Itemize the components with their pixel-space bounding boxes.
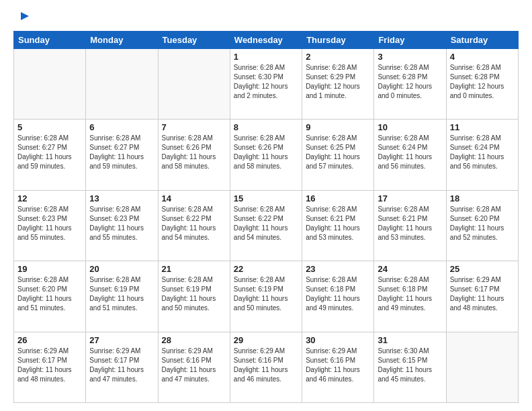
day-info: Sunrise: 6:30 AMSunset: 6:15 PMDaylight:… [378,347,442,384]
day-cell: 18Sunrise: 6:28 AMSunset: 6:20 PMDayligh… [446,190,518,261]
logo [13,13,30,24]
day-info: Sunrise: 6:28 AMSunset: 6:21 PMDaylight:… [306,205,370,242]
day-cell: 24Sunrise: 6:28 AMSunset: 6:18 PMDayligh… [374,261,446,332]
day-info: Sunrise: 6:28 AMSunset: 6:19 PMDaylight:… [234,275,298,313]
day-cell: 31Sunrise: 6:30 AMSunset: 6:15 PMDayligh… [374,332,446,402]
col-header-saturday: Saturday [446,32,518,49]
day-cell: 4Sunrise: 6:28 AMSunset: 6:28 PMDaylight… [446,49,518,120]
day-number: 17 [378,193,442,203]
day-number: 25 [450,264,515,274]
week-row-1: 1Sunrise: 6:28 AMSunset: 6:30 PMDaylight… [14,49,519,120]
day-cell: 6Sunrise: 6:28 AMSunset: 6:27 PMDaylight… [86,120,158,190]
day-info: Sunrise: 6:28 AMSunset: 6:19 PMDaylight:… [162,275,226,313]
day-number: 5 [17,122,82,132]
day-number: 11 [450,122,515,132]
day-number: 29 [234,335,298,345]
day-info: Sunrise: 6:28 AMSunset: 6:28 PMDaylight:… [450,63,515,101]
day-number: 20 [89,264,154,274]
day-cell: 17Sunrise: 6:28 AMSunset: 6:21 PMDayligh… [374,190,446,261]
day-number: 16 [306,193,370,203]
week-row-4: 19Sunrise: 6:28 AMSunset: 6:20 PMDayligh… [14,261,519,332]
day-number: 14 [162,193,226,203]
day-info: Sunrise: 6:28 AMSunset: 6:19 PMDaylight:… [89,275,154,313]
day-number: 21 [162,264,226,274]
day-info: Sunrise: 6:29 AMSunset: 6:17 PMDaylight:… [450,275,515,313]
day-info: Sunrise: 6:28 AMSunset: 6:27 PMDaylight:… [17,134,82,171]
day-cell [446,332,518,402]
day-number: 4 [450,52,515,62]
day-number: 12 [17,193,82,203]
day-cell: 15Sunrise: 6:28 AMSunset: 6:22 PMDayligh… [230,190,302,261]
day-number: 18 [450,193,515,203]
col-header-sunday: Sunday [14,32,86,49]
day-number: 7 [162,122,226,132]
day-cell: 16Sunrise: 6:28 AMSunset: 6:21 PMDayligh… [302,190,374,261]
day-cell: 30Sunrise: 6:29 AMSunset: 6:16 PMDayligh… [302,332,374,402]
day-cell: 1Sunrise: 6:28 AMSunset: 6:30 PMDaylight… [230,49,302,120]
col-header-thursday: Thursday [302,32,374,49]
col-header-friday: Friday [374,32,446,49]
day-cell: 12Sunrise: 6:28 AMSunset: 6:23 PMDayligh… [14,190,86,261]
col-header-wednesday: Wednesday [230,32,302,49]
day-info: Sunrise: 6:28 AMSunset: 6:21 PMDaylight:… [378,205,442,242]
col-header-tuesday: Tuesday [158,32,230,49]
svg-marker-0 [21,12,29,20]
day-number: 2 [306,52,370,62]
day-info: Sunrise: 6:28 AMSunset: 6:29 PMDaylight:… [306,63,370,101]
day-info: Sunrise: 6:28 AMSunset: 6:20 PMDaylight:… [450,205,515,242]
day-cell: 7Sunrise: 6:28 AMSunset: 6:26 PMDaylight… [158,120,230,190]
day-info: Sunrise: 6:28 AMSunset: 6:25 PMDaylight:… [306,134,370,171]
day-info: Sunrise: 6:28 AMSunset: 6:18 PMDaylight:… [378,275,442,313]
day-cell: 5Sunrise: 6:28 AMSunset: 6:27 PMDaylight… [14,120,86,190]
day-info: Sunrise: 6:28 AMSunset: 6:27 PMDaylight:… [89,134,154,171]
day-number: 13 [89,193,154,203]
day-cell: 14Sunrise: 6:28 AMSunset: 6:22 PMDayligh… [158,190,230,261]
day-cell: 21Sunrise: 6:28 AMSunset: 6:19 PMDayligh… [158,261,230,332]
day-info: Sunrise: 6:28 AMSunset: 6:28 PMDaylight:… [378,63,442,101]
day-cell: 3Sunrise: 6:28 AMSunset: 6:28 PMDaylight… [374,49,446,120]
col-header-monday: Monday [86,32,158,49]
day-info: Sunrise: 6:28 AMSunset: 6:18 PMDaylight:… [306,275,370,313]
day-info: Sunrise: 6:28 AMSunset: 6:22 PMDaylight:… [162,205,226,242]
day-cell: 2Sunrise: 6:28 AMSunset: 6:29 PMDaylight… [302,49,374,120]
day-info: Sunrise: 6:28 AMSunset: 6:20 PMDaylight:… [17,275,82,313]
day-cell: 8Sunrise: 6:28 AMSunset: 6:26 PMDaylight… [230,120,302,190]
day-number: 26 [17,335,82,345]
day-cell: 25Sunrise: 6:29 AMSunset: 6:17 PMDayligh… [446,261,518,332]
day-cell: 13Sunrise: 6:28 AMSunset: 6:23 PMDayligh… [86,190,158,261]
day-cell: 29Sunrise: 6:29 AMSunset: 6:16 PMDayligh… [230,332,302,402]
day-info: Sunrise: 6:29 AMSunset: 6:16 PMDaylight:… [162,347,226,384]
day-number: 15 [234,193,298,203]
day-cell: 22Sunrise: 6:28 AMSunset: 6:19 PMDayligh… [230,261,302,332]
day-number: 30 [306,335,370,345]
day-number: 8 [234,122,298,132]
day-info: Sunrise: 6:28 AMSunset: 6:24 PMDaylight:… [378,134,442,171]
day-number: 9 [306,122,370,132]
day-cell: 19Sunrise: 6:28 AMSunset: 6:20 PMDayligh… [14,261,86,332]
day-cell: 11Sunrise: 6:28 AMSunset: 6:24 PMDayligh… [446,120,518,190]
day-cell: 10Sunrise: 6:28 AMSunset: 6:24 PMDayligh… [374,120,446,190]
day-cell [86,49,158,120]
day-info: Sunrise: 6:28 AMSunset: 6:26 PMDaylight:… [162,134,226,171]
week-row-3: 12Sunrise: 6:28 AMSunset: 6:23 PMDayligh… [14,190,519,261]
day-cell: 28Sunrise: 6:29 AMSunset: 6:16 PMDayligh… [158,332,230,402]
day-info: Sunrise: 6:28 AMSunset: 6:24 PMDaylight:… [450,134,515,171]
day-number: 6 [89,122,154,132]
day-number: 1 [234,52,298,62]
page: SundayMondayTuesdayWednesdayThursdayFrid… [0,0,532,411]
day-number: 10 [378,122,442,132]
day-info: Sunrise: 6:28 AMSunset: 6:23 PMDaylight:… [89,205,154,242]
day-number: 31 [378,335,442,345]
day-info: Sunrise: 6:29 AMSunset: 6:17 PMDaylight:… [17,347,82,384]
day-info: Sunrise: 6:29 AMSunset: 6:16 PMDaylight:… [234,347,298,384]
day-number: 19 [17,264,82,274]
day-info: Sunrise: 6:28 AMSunset: 6:22 PMDaylight:… [234,205,298,242]
day-info: Sunrise: 6:29 AMSunset: 6:16 PMDaylight:… [306,347,370,384]
day-number: 23 [306,264,370,274]
day-info: Sunrise: 6:28 AMSunset: 6:30 PMDaylight:… [234,63,298,101]
day-cell: 27Sunrise: 6:29 AMSunset: 6:17 PMDayligh… [86,332,158,402]
day-number: 24 [378,264,442,274]
day-cell: 26Sunrise: 6:29 AMSunset: 6:17 PMDayligh… [14,332,86,402]
day-cell [14,49,86,120]
day-number: 3 [378,52,442,62]
